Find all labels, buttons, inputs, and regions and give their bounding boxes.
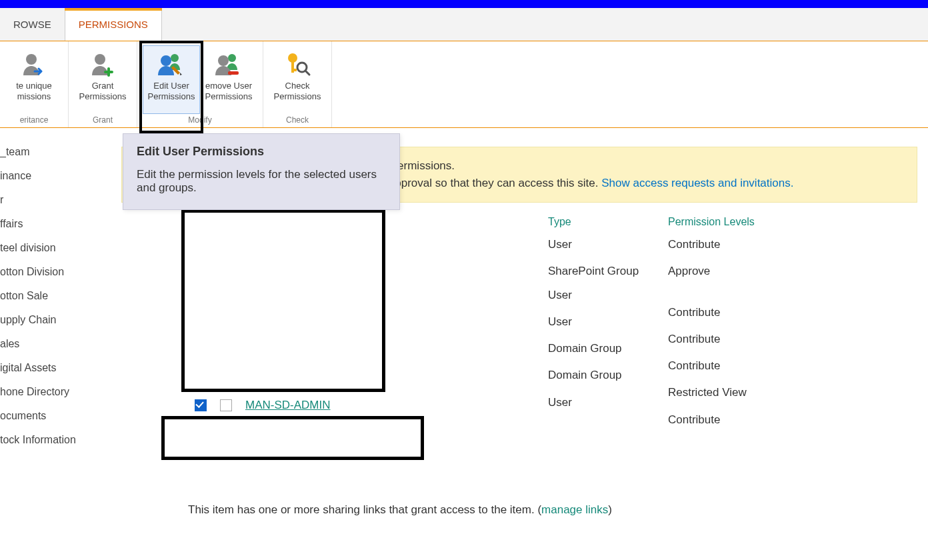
sidebar-item[interactable]: upply Chain (0, 308, 115, 332)
svg-point-0 (26, 54, 37, 65)
left-sidebar: _team inance r ffairs teel division otto… (0, 128, 121, 517)
user-plus-icon (89, 49, 117, 78)
group-label-modify: Modify (188, 114, 211, 125)
permission-header[interactable]: Permission Levels (668, 216, 755, 228)
type-cell: Domain Group (548, 341, 648, 356)
label-line2: Permissions (79, 91, 127, 102)
sidebar-item[interactable]: inance (0, 164, 115, 188)
user-arrow-icon (20, 49, 48, 78)
type-cell: User (548, 237, 648, 252)
svg-point-1 (95, 54, 105, 65)
tooltip-body: Edit the permission levels for the selec… (137, 168, 386, 195)
sidebar-item[interactable]: otton Sale (0, 284, 115, 308)
permissions-table: MAN-SD-ADMIN Type User SharePoint Group … (121, 216, 917, 439)
show-access-requests-link[interactable]: Show access requests and invitations. (601, 177, 793, 189)
type-column: Type User SharePoint Group User User Dom… (548, 216, 668, 439)
perm-cell: Contribute (668, 237, 755, 252)
label-line1: Check (285, 81, 310, 91)
svg-point-3 (161, 55, 171, 66)
row-checkbox[interactable] (195, 399, 207, 411)
type-cell: SharePoint Group (548, 264, 648, 279)
sharing-text-post: ) (608, 503, 612, 516)
type-cell: User (548, 315, 648, 329)
label-line2: Permissions (148, 91, 195, 102)
group-label-grant: Grant (93, 114, 113, 125)
label-line1: emove User (205, 81, 252, 91)
svg-rect-6 (228, 71, 239, 75)
svg-point-5 (218, 55, 229, 66)
redaction-block-upper (181, 209, 385, 392)
ribbon-body: te unique missions eritance Grant Permis… (0, 41, 928, 128)
perm-cell: Approve (668, 264, 755, 279)
svg-rect-9 (291, 69, 297, 71)
label-line1: Edit User (153, 81, 189, 91)
label-line2: Permissions (274, 91, 321, 102)
table-row: MAN-SD-ADMIN (195, 399, 331, 412)
perm-cell: Contribute (668, 305, 755, 320)
label-line1: Grant (92, 81, 114, 91)
sidebar-item[interactable]: igital Assets (0, 356, 115, 380)
sidebar-item[interactable]: r (0, 188, 115, 212)
permission-levels-column: Permission Levels Contribute Approve Con… (668, 216, 775, 439)
redaction-block-lower (161, 416, 424, 460)
check-permissions-button[interactable]: Check Permissions (269, 45, 326, 114)
users-minus-icon (213, 49, 244, 78)
tab-browse[interactable]: ROWSE (0, 8, 65, 41)
name-column-area: MAN-SD-ADMIN (121, 216, 548, 439)
ribbon-group-grant: Grant Permissions Grant (69, 41, 137, 127)
notice-line2: ur approval so that they can access this… (375, 177, 601, 189)
type-cell: Domain Group (548, 368, 648, 383)
label-line2: Permissions (205, 91, 253, 102)
sidebar-item[interactable]: hone Directory (0, 380, 115, 404)
perm-cell: Contribute (668, 413, 755, 427)
sidebar-item[interactable]: tock Information (0, 428, 115, 452)
type-cell: User (548, 395, 648, 410)
user-group-link[interactable]: MAN-SD-ADMIN (245, 399, 331, 412)
type-header[interactable]: Type (548, 216, 648, 228)
sharing-links-note: This item has one or more sharing links … (188, 503, 917, 517)
sidebar-item[interactable]: ales (0, 332, 115, 356)
key-magnifier-icon (283, 49, 311, 78)
label-line1: te unique (16, 81, 52, 91)
label-line2: missions (17, 91, 51, 102)
svg-point-2 (171, 54, 179, 62)
sharing-text-pre: This item has one or more sharing links … (188, 503, 541, 516)
group-label-check: Check (286, 114, 309, 125)
tooltip-edit-user-permissions: Edit User Permissions Edit the permissio… (123, 133, 400, 210)
top-blue-bar (0, 0, 928, 8)
svg-point-4 (228, 54, 236, 62)
row-secondary-checkbox[interactable] (220, 399, 232, 411)
ribbon-group-inheritance: te unique missions eritance (0, 41, 69, 127)
tab-permissions[interactable]: PERMISSIONS (65, 8, 162, 41)
sidebar-item[interactable]: _team (0, 140, 115, 164)
perm-cell: Contribute (668, 359, 755, 373)
perm-cell: Restricted View (668, 385, 755, 400)
tooltip-title: Edit User Permissions (137, 145, 386, 159)
edit-user-permissions-button[interactable]: Edit User Permissions (143, 45, 200, 114)
grant-permissions-button[interactable]: Grant Permissions (74, 45, 131, 114)
sidebar-item[interactable]: ffairs (0, 212, 115, 236)
remove-user-permissions-button[interactable]: emove User Permissions (200, 45, 257, 114)
perm-cell: Contribute (668, 332, 755, 347)
sidebar-item[interactable]: otton Division (0, 260, 115, 284)
delete-unique-permissions-button[interactable]: te unique missions (5, 45, 63, 114)
sidebar-item[interactable]: teel division (0, 236, 115, 260)
ribbon-group-check: Check Permissions Check (263, 41, 332, 127)
type-cell: User (548, 288, 648, 303)
ribbon-tab-strip: ROWSE PERMISSIONS (0, 8, 928, 41)
users-pencil-icon (156, 49, 187, 78)
sidebar-item[interactable]: ocuments (0, 404, 115, 428)
notice-line1: ue permissions. (375, 159, 901, 173)
ribbon-group-modify: Edit User Permissions emove User Permiss… (137, 41, 263, 127)
manage-links-link[interactable]: manage links (541, 503, 608, 516)
group-label-inheritance: eritance (20, 114, 49, 125)
